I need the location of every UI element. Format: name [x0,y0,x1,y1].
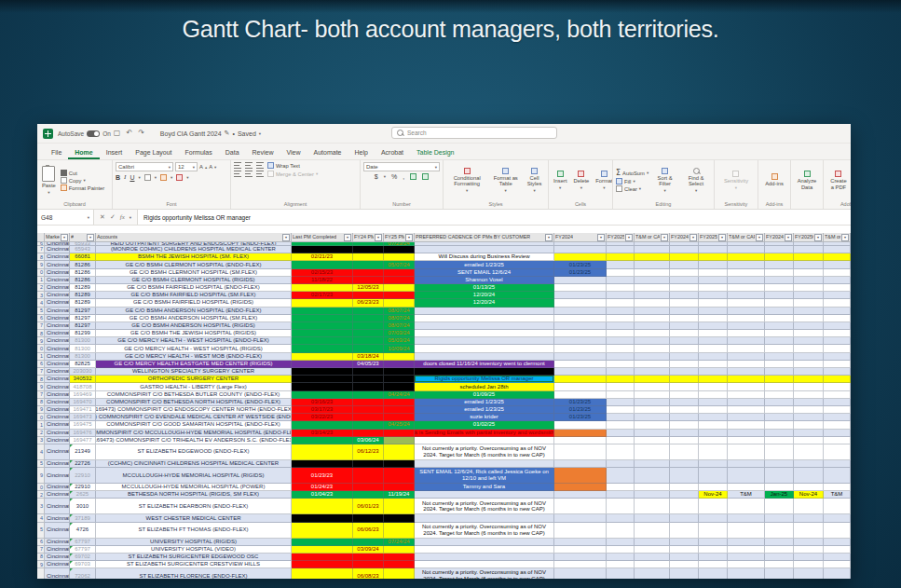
cell-account-name[interactable]: GE C/O BSMH CLERMONT HOSPITAL (RIGIDS) [96,277,292,284]
row-number[interactable]: 7 [37,391,45,399]
cell-gantt-r4[interactable] [699,430,728,437]
cell-gantt-r1[interactable] [607,414,635,421]
row-number[interactable]: 2 [37,491,45,499]
cell-gantt-r0[interactable] [554,345,607,352]
cell-gantt-r8[interactable] [824,322,851,330]
cell-gantt-r7[interactable] [794,561,824,568]
cell-account-name[interactable]: GE C/O MERCY HEALTH EASTGATE MED CENTER … [96,361,292,368]
cell-gantt-r8[interactable] [824,315,851,322]
cell-gantt-r6[interactable] [765,484,794,491]
cell-market[interactable]: Cincinnati [45,514,70,522]
cell-gantt-r4[interactable] [699,484,728,491]
cell-market[interactable]: Cincinnati [45,546,70,554]
row-number[interactable]: 7 [37,546,45,554]
cell-gantt-r5[interactable] [728,539,765,546]
column-header-market[interactable]: Marke▾ [45,233,70,242]
cell-gantt-r0[interactable] [554,337,607,345]
cell-fy24[interactable]: 04/05/23 [353,361,384,368]
cell-fy25[interactable] [384,284,415,292]
cell-gantt-r1[interactable] [607,568,635,579]
cell-gantt-r0[interactable] [554,514,607,522]
cell-gantt-r0[interactable] [554,484,607,491]
cell-fy25[interactable] [384,499,415,514]
cell-gantt-r2[interactable] [635,523,670,539]
cell-gantt-r7[interactable] [794,269,824,277]
cell-gantt-r8[interactable] [824,568,851,579]
column-header-r4[interactable]: FY20253▾ [699,233,728,242]
cell-fy24[interactable] [353,421,384,429]
find-select-button[interactable]: Find & Select▾ [681,167,711,194]
cell-gantt-r4[interactable] [699,261,728,268]
cell-market[interactable]: Cincinnati [45,539,70,546]
cell-account-number[interactable]: 169476 [70,430,96,437]
cell-gantt-r1[interactable] [607,246,635,253]
cell-fy25[interactable]: 11/19/24 [384,491,415,499]
cell-gantt-r4[interactable] [699,330,728,337]
bold-button[interactable]: B [116,174,120,181]
increase-decimal-icon[interactable] [410,173,416,180]
cell-last[interactable] [292,546,353,554]
cell-gantt-r2[interactable] [635,308,670,315]
cell-gantt-r6[interactable] [765,337,794,345]
cell-gantt-r8[interactable] [824,246,851,253]
cell-gantt-r5[interactable] [728,353,765,361]
cell-gantt-r1[interactable] [607,308,635,315]
cell-gantt-r2[interactable] [635,284,670,292]
column-header-r1[interactable]: FY2025▾ [607,233,635,242]
cell-account-name[interactable]: GE C/O BSMH FAIRFIELD HOSPITAL (RIGIDS) [96,299,292,307]
cell-gantt-r5[interactable] [728,337,765,345]
cell-gantt-r0[interactable] [554,299,607,307]
cell-gantt-r8[interactable] [824,554,851,561]
cell-account-name[interactable]: ST ELIZABETH DEARBORN (ENDO-FLEX) [96,499,292,514]
cell-last[interactable] [292,337,353,345]
cell-preferred-cadence[interactable]: 12/20/24 [415,299,554,307]
cell-preferred-cadence[interactable]: Rigids opportunity Melissa OR manager [415,376,554,383]
cell-gantt-r6[interactable] [765,330,794,337]
cell-gantt-r1[interactable] [607,561,635,568]
cell-account-name[interactable]: MCCULLOUGH-HYDE MEMORIAL HOSPITAL (RIGID… [96,468,292,484]
cell-gantt-r6[interactable] [765,299,794,307]
cell-account-name[interactable]: UNIVERSITY HOSPITAL (RIGIDS) [96,539,292,546]
cell-market[interactable]: Cincinnati [45,484,70,491]
cell-gantt-r2[interactable] [635,554,670,561]
row-number[interactable]: 3 [37,499,45,514]
cell-preferred-cadence[interactable]: scheduled Jan 28th [415,383,554,390]
cell-gantt-r2[interactable] [635,277,670,284]
create-pdf-button[interactable]: Create a PDF [826,170,851,191]
cell-fy24[interactable] [353,383,384,390]
cell-gantt-r0[interactable] [554,539,607,546]
cell-gantt-r3[interactable] [670,546,699,554]
cell-fy25[interactable] [384,368,415,376]
cell-last[interactable] [292,315,353,322]
cell-account-name[interactable]: BETHESDA NORTH HOSPITAL (RIGIDS, SM FLEX… [96,491,292,499]
cell-preferred-cadence[interactable]: 01/09/25 [415,391,554,399]
cell-gantt-r7[interactable] [794,299,824,307]
cell-gantt-r0[interactable]: 01/23/25 [554,414,607,421]
cell-gantt-r7[interactable] [794,277,824,284]
cell-gantt-r3[interactable] [670,261,699,268]
cell-account-number[interactable]: 81289 [70,284,96,292]
cell-preferred-cadence[interactable]: emailed 1/23/25 [415,261,554,268]
cell-gantt-r7[interactable] [794,330,824,337]
cell-gantt-r4[interactable] [699,308,728,315]
cell-gantt-r8[interactable] [824,353,851,361]
cell-preferred-cadence[interactable] [415,322,554,330]
tab-review[interactable]: Review [246,146,280,159]
cell-preferred-cadence[interactable]: SENT EMAIL 12/6/24, Rick called Jessica … [415,468,554,484]
cell-fy24[interactable] [353,460,384,468]
filter-dropdown-icon[interactable]: ▾ [756,234,763,241]
cell-gantt-r5[interactable] [728,421,765,429]
cell-gantt-r1[interactable] [607,554,635,561]
cell-gantt-r0[interactable] [554,430,607,437]
cell-market[interactable]: Cincinnati [45,337,70,345]
row-number[interactable]: 5 [37,460,45,468]
cell-account-name[interactable]: ORTHOPEDIC SURGERY CENTER [96,376,292,383]
cell-gantt-r1[interactable] [607,269,635,277]
cell-gantt-r7[interactable] [794,337,824,345]
number-format-select[interactable]: Date▾ [363,162,440,171]
align-right-icon[interactable] [256,171,264,177]
cell-gantt-r1[interactable] [607,368,635,376]
cell-gantt-r7[interactable] [794,246,824,253]
autosum-button[interactable]: ΣAutoSum▾ [616,169,648,177]
cell-preferred-cadence[interactable]: Not currently a priority. Overconsuming … [415,444,554,460]
